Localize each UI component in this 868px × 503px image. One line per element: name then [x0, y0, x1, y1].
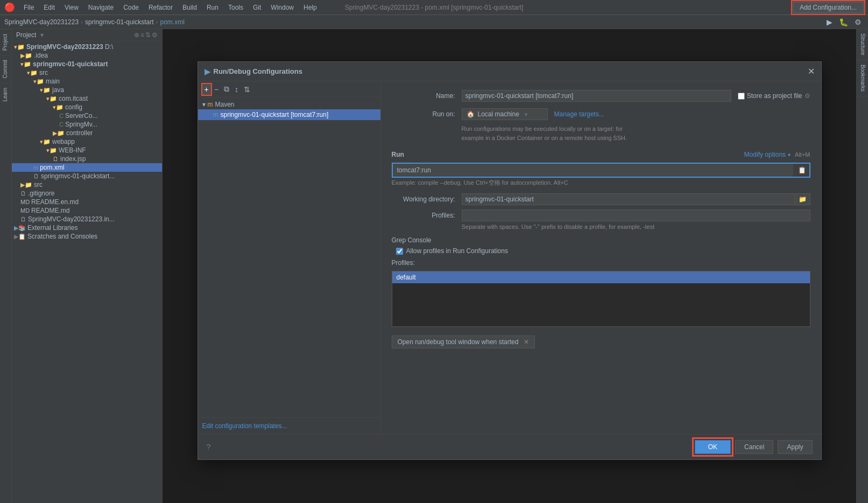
- working-dir-input[interactable]: [462, 193, 795, 205]
- tree-webinf[interactable]: ▾📁 WEB-INF: [12, 146, 162, 155]
- project-icon-gear[interactable]: ⚙: [152, 31, 158, 39]
- tree-scratches[interactable]: ▶📋 Scratches and Consoles: [12, 232, 162, 241]
- tree-ext-libs[interactable]: ▶📚 External Libraries: [12, 223, 162, 232]
- tree-gitignore-label: .gitignore: [28, 190, 54, 197]
- config-group-maven[interactable]: ▾ m Maven: [198, 100, 380, 109]
- sort-config-button[interactable]: ⇅: [242, 84, 252, 95]
- menu-refactor[interactable]: Refactor: [144, 3, 177, 12]
- project-icon-list[interactable]: ≡: [140, 31, 144, 39]
- name-input[interactable]: [462, 90, 731, 102]
- left-tab-commit[interactable]: Commit: [0, 55, 11, 82]
- main-wrapper: Project Commit Learn Project ▾ ⊕ ≡ ⇅ ⚙ ▾…: [0, 29, 868, 503]
- remove-config-button[interactable]: −: [212, 84, 221, 95]
- tree-springmv[interactable]: C SpringMv...: [12, 120, 162, 129]
- menu-run[interactable]: Run: [202, 3, 223, 12]
- right-tab-structure[interactable]: Structure: [857, 29, 868, 60]
- menu-navigate[interactable]: Navigate: [84, 3, 118, 12]
- tree-scratches-label: Scratches and Consoles: [27, 233, 97, 240]
- menu-file[interactable]: File: [19, 3, 38, 12]
- git-file-icon: 🗋: [20, 190, 26, 197]
- left-tab-learn[interactable]: Learn: [0, 83, 11, 106]
- menu-code[interactable]: Code: [119, 3, 143, 12]
- working-dir-browse-button[interactable]: 📁: [795, 193, 810, 205]
- manage-targets-link[interactable]: Manage targets...: [554, 110, 604, 118]
- tree-root-label: SpringMVC-day20231223 D:\: [26, 43, 113, 51]
- breadcrumb-file[interactable]: pom.xml: [160, 18, 184, 26]
- project-header-icons: ⊕ ≡ ⇅ ⚙: [134, 31, 158, 39]
- open-tool-window-close-icon[interactable]: ✕: [524, 338, 529, 346]
- folder-icon: ▶📁: [53, 130, 65, 137]
- tree-root[interactable]: ▾📁 SpringMVC-day20231223 D:\: [12, 43, 162, 51]
- dialog-footer: ? OK Cancel Apply: [198, 434, 821, 459]
- tree-module[interactable]: ▾📁 springmvc-01-quickstart: [12, 60, 162, 68]
- tree-gitignore[interactable]: 🗋 .gitignore: [12, 189, 162, 198]
- folder-icon: ▾📁: [40, 138, 51, 145]
- open-tool-window-button[interactable]: Open run/debug tool window when started …: [392, 336, 535, 348]
- tree-quickstart-file[interactable]: 🗋 springmvc-01-quickstart...: [12, 172, 162, 180]
- move-config-button[interactable]: ↕: [232, 84, 241, 95]
- project-icon-sort[interactable]: ⇅: [145, 31, 151, 39]
- store-project-settings-icon[interactable]: ⚙: [805, 92, 810, 100]
- menu-view[interactable]: View: [60, 3, 83, 12]
- add-configuration-button[interactable]: Add Configuration...: [793, 2, 864, 13]
- menu-help[interactable]: Help: [299, 3, 321, 12]
- content-area: ▶ Run/Debug Configurations ✕ + − ⧉ ↕: [163, 29, 856, 503]
- help-button[interactable]: ?: [207, 443, 211, 451]
- tree-readme-en[interactable]: MD README.en.md: [12, 198, 162, 206]
- edit-templates-button[interactable]: Edit configuration templates...: [202, 422, 287, 430]
- tree-webapp[interactable]: ▾📁 webapp: [12, 137, 162, 146]
- tree-config[interactable]: ▾📁 config: [12, 103, 162, 111]
- toolbar-run-button[interactable]: ▶: [824, 17, 835, 27]
- tree-pomxml[interactable]: m pom.xml: [12, 163, 162, 172]
- run-on-dropdown[interactable]: 🏠 Local machine ▾: [462, 108, 548, 120]
- java-file-icon: C: [59, 121, 63, 128]
- menu-git[interactable]: Git: [249, 3, 265, 12]
- config-item-tomcat[interactable]: m springmvc-01-quickstart [tomcat7:run]: [198, 109, 380, 120]
- copy-config-button[interactable]: ⧉: [222, 83, 231, 95]
- tree-readme-label: README.md: [31, 207, 69, 214]
- tree-java[interactable]: ▾📁 java: [12, 86, 162, 94]
- modify-options-link[interactable]: Modify options: [744, 151, 786, 158]
- toolbar-debug-button[interactable]: 🐛: [837, 17, 850, 27]
- tree-indexjsp[interactable]: 🗋 index.jsp: [12, 155, 162, 163]
- modify-options-hint: Alt+M: [795, 151, 810, 158]
- breadcrumb-module[interactable]: springmvc-01-quickstart: [85, 18, 153, 26]
- left-tab-project[interactable]: Project: [0, 29, 11, 55]
- project-dropdown-icon[interactable]: ▾: [40, 31, 44, 39]
- run-section-header: Run Modify options ▾ Alt+M: [392, 151, 810, 158]
- apply-button[interactable]: Apply: [778, 440, 812, 454]
- window-title: SpringMVC-day20231223 - pom.xml [springm…: [345, 4, 523, 11]
- ok-button[interactable]: OK: [695, 440, 731, 454]
- right-tab-bookmarks[interactable]: Bookmarks: [857, 60, 868, 96]
- tree-controller[interactable]: ▶📁 controller: [12, 129, 162, 137]
- tree-src1[interactable]: ▾📁 src: [12, 68, 162, 77]
- profiles-hint-text: Separate with spaces. Use "-" prefix to …: [462, 223, 810, 230]
- menu-tools[interactable]: Tools: [224, 3, 248, 12]
- tree-idea[interactable]: ▶📁 .idea: [12, 51, 162, 60]
- store-project-label: Store as project file: [747, 92, 802, 100]
- dialog-close-button[interactable]: ✕: [808, 66, 815, 76]
- menu-window[interactable]: Window: [266, 3, 298, 12]
- add-config-button[interactable]: +: [202, 84, 211, 95]
- toolbar-settings-button[interactable]: ⚙: [852, 17, 864, 27]
- tree-src2[interactable]: ▶📁 src: [12, 180, 162, 189]
- store-project-checkbox[interactable]: [738, 93, 745, 100]
- project-icon-plus[interactable]: ⊕: [134, 31, 139, 39]
- profiles-list-default[interactable]: default: [392, 271, 810, 283]
- cancel-button[interactable]: Cancel: [735, 440, 773, 454]
- run-input-icon: 📋: [798, 166, 806, 174]
- run-command-input[interactable]: [393, 164, 793, 177]
- tree-iml[interactable]: 🗋 SpringMVC-day20231223.in...: [12, 215, 162, 223]
- menu-build[interactable]: Build: [178, 3, 201, 12]
- profiles-sub-label: Profiles:: [392, 259, 810, 267]
- tree-com-itcast[interactable]: ▾📁 com.itcast: [12, 94, 162, 103]
- tree-serverco[interactable]: C ServerCo...: [12, 111, 162, 120]
- run-on-arrow-icon: ▾: [525, 111, 527, 117]
- left-tabs: Project Commit Learn: [0, 29, 12, 503]
- profiles-input[interactable]: [462, 209, 810, 221]
- breadcrumb-project[interactable]: SpringMVC-day20231223: [4, 18, 79, 26]
- allow-profiles-checkbox[interactable]: [396, 248, 403, 255]
- tree-main[interactable]: ▾📁 main: [12, 77, 162, 86]
- menu-edit[interactable]: Edit: [39, 3, 59, 12]
- tree-readme[interactable]: MD README.md: [12, 206, 162, 215]
